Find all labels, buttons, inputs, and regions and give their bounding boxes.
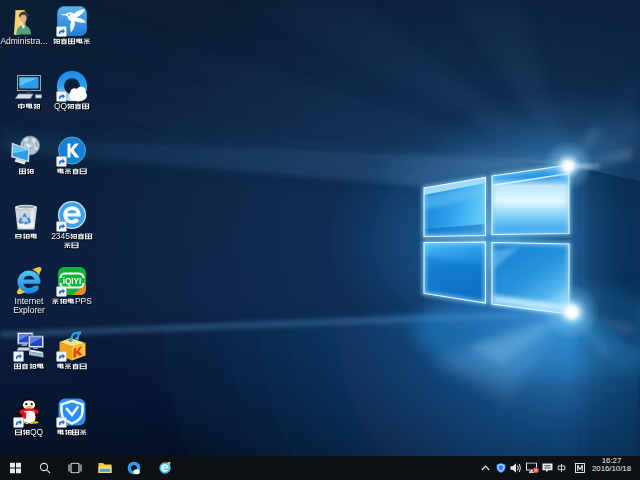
- svg-text:iQIYI: iQIYI: [63, 277, 82, 286]
